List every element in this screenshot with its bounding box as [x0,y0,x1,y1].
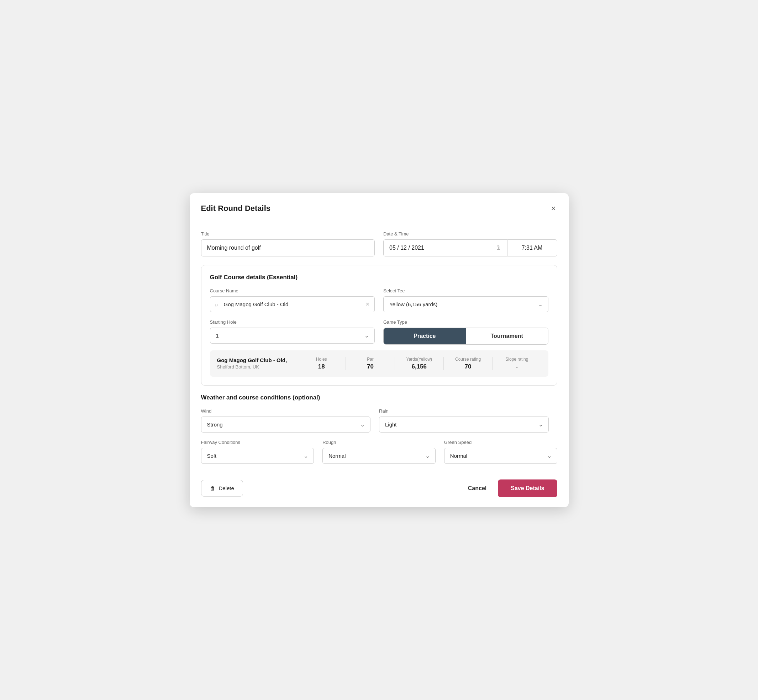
fairway-rough-green-row: Fairway Conditions Firm Normal Soft Very… [201,440,557,464]
par-value: 70 [367,363,374,370]
starting-hole-group: Starting Hole 1 10 [210,319,375,345]
course-rating-label: Course rating [455,357,481,362]
wind-rain-row: Wind Calm Light Moderate Strong Very Str… [201,408,557,433]
weather-section: Weather and course conditions (optional)… [201,394,557,464]
course-tee-row: Course Name ⌕ ✕ Select Tee Yellow (6,156… [210,288,548,312]
green-speed-select-wrapper[interactable]: Slow Normal Fast Very Fast [444,448,557,464]
course-rating-value: 70 [465,363,471,370]
calendar-icon: 🗓 [496,245,501,251]
save-button[interactable]: Save Details [498,480,557,497]
rain-field: Rain None Light Moderate Heavy [379,408,549,433]
holes-value: 18 [318,363,325,370]
golf-course-section-title: Golf Course details (Essential) [210,274,548,281]
course-name-input[interactable] [210,296,375,312]
modal-header: Edit Round Details × [190,193,568,221]
game-type-label: Game Type [383,319,548,325]
rain-select[interactable]: None Light Moderate Heavy [379,417,549,433]
date-value: 05 / 12 / 2021 [389,245,424,251]
wind-select[interactable]: Calm Light Moderate Strong Very Strong [201,417,371,433]
yards-value: 6,156 [412,363,427,370]
title-label: Title [201,231,375,236]
select-tee-group: Select Tee Yellow (6,156 yards) [383,288,548,312]
holes-label: Holes [316,357,327,362]
modal-title: Edit Round Details [201,204,271,213]
practice-toggle-btn[interactable]: Practice [384,328,466,344]
green-speed-label: Green Speed [444,440,557,445]
rough-field: Rough Short Normal Long [323,440,435,464]
footer-right: Cancel Save Details [465,480,557,497]
course-info-name-text: Gog Magog Golf Club - Old, [217,357,297,363]
rough-label: Rough [323,440,435,445]
rough-select-wrapper[interactable]: Short Normal Long [323,448,435,464]
course-name-label: Course Name [210,288,375,294]
cancel-button[interactable]: Cancel [465,480,489,497]
time-field[interactable]: 7:31 AM [507,239,557,256]
rain-select-wrapper[interactable]: None Light Moderate Heavy [379,417,549,433]
yards-label: Yards(Yellow) [406,357,432,362]
wind-field: Wind Calm Light Moderate Strong Very Str… [201,408,371,433]
green-speed-field: Green Speed Slow Normal Fast Very Fast [444,440,557,464]
hole-gametype-row: Starting Hole 1 10 Game Type Practice To… [210,319,548,345]
select-tee-label: Select Tee [383,288,548,294]
trash-icon: 🗑 [210,485,215,491]
green-speed-select[interactable]: Slow Normal Fast Very Fast [444,448,557,464]
title-field-group: Title [201,231,375,256]
rough-select[interactable]: Short Normal Long [323,448,435,464]
par-stat: Par 70 [346,357,394,370]
delete-label: Delete [219,485,234,491]
golf-course-section: Golf Course details (Essential) Course N… [201,265,557,386]
slope-rating-value: - [516,363,518,370]
fairway-label: Fairway Conditions [201,440,314,445]
course-name-group: Course Name ⌕ ✕ [210,288,375,312]
slope-rating-stat: Slope rating - [492,357,541,370]
starting-hole-wrapper[interactable]: 1 10 [210,328,375,344]
datetime-label: Date & Time [383,231,557,236]
rain-label: Rain [379,408,549,414]
search-icon: ⌕ [215,301,218,307]
modal-footer: 🗑 Delete Cancel Save Details [190,471,568,507]
datetime-field-group: Date & Time 05 / 12 / 2021 🗓 7:31 AM [383,231,557,256]
course-info-name: Gog Magog Golf Club - Old, Shelford Bott… [217,357,297,370]
select-tee-wrapper[interactable]: Yellow (6,156 yards) [383,296,548,312]
par-label: Par [367,357,374,362]
yards-stat: Yards(Yellow) 6,156 [395,357,443,370]
title-datetime-row: Title Date & Time 05 / 12 / 2021 🗓 7:31 … [201,231,557,256]
course-name-search-wrapper: ⌕ ✕ [210,296,375,312]
holes-stat: Holes 18 [297,357,346,370]
fairway-field: Fairway Conditions Firm Normal Soft Very… [201,440,314,464]
wind-label: Wind [201,408,371,414]
fairway-select[interactable]: Firm Normal Soft Very Soft [201,448,314,464]
date-time-group: 05 / 12 / 2021 🗓 7:31 AM [383,239,557,256]
game-type-group: Game Type Practice Tournament [383,319,548,345]
weather-section-title: Weather and course conditions (optional) [201,394,557,401]
course-info-location: Shelford Bottom, UK [217,364,297,370]
select-tee-select[interactable]: Yellow (6,156 yards) [383,296,548,312]
delete-button[interactable]: 🗑 Delete [201,480,243,497]
wind-select-wrapper[interactable]: Calm Light Moderate Strong Very Strong [201,417,371,433]
course-info-row: Gog Magog Golf Club - Old, Shelford Bott… [210,350,548,377]
modal-body: Title Date & Time 05 / 12 / 2021 🗓 7:31 … [190,221,568,464]
close-button[interactable]: × [550,203,557,214]
starting-hole-label: Starting Hole [210,319,375,325]
time-value: 7:31 AM [522,245,543,251]
tournament-toggle-btn[interactable]: Tournament [466,328,548,344]
clear-icon[interactable]: ✕ [365,301,370,307]
fairway-select-wrapper[interactable]: Firm Normal Soft Very Soft [201,448,314,464]
starting-hole-select[interactable]: 1 10 [210,328,375,344]
date-field[interactable]: 05 / 12 / 2021 🗓 [383,239,507,256]
slope-rating-label: Slope rating [505,357,528,362]
game-type-toggle: Practice Tournament [383,328,548,345]
title-input[interactable] [201,239,375,256]
edit-round-modal: Edit Round Details × Title Date & Time 0… [190,193,568,507]
course-rating-stat: Course rating 70 [443,357,492,370]
